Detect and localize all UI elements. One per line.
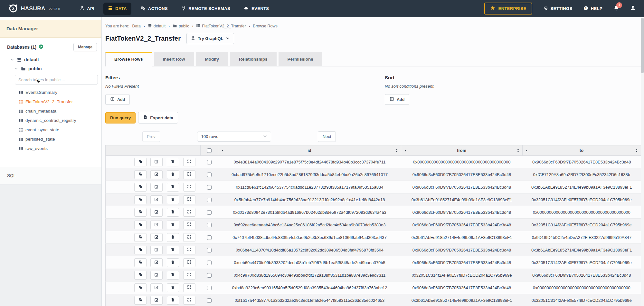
tab-insert-row[interactable]: Insert Row — [154, 52, 194, 66]
sidebar-sql-section[interactable]: SQL — [0, 167, 101, 184]
edit-row-button[interactable] — [150, 296, 163, 305]
notification-bell[interactable]: 1 — [613, 5, 619, 12]
nav-item-actions[interactable]: ACTIONS — [136, 3, 172, 15]
expand-row-button[interactable] — [183, 233, 195, 242]
delete-row-button[interactable] — [167, 221, 179, 229]
expand-row-button[interactable] — [183, 183, 195, 192]
nav-item-data[interactable]: DATA — [103, 3, 131, 15]
clone-row-button[interactable] — [134, 208, 147, 217]
chevron-down-icon[interactable] — [14, 67, 18, 71]
column-header-from[interactable]: from — [401, 145, 523, 156]
breadcrumb-default[interactable]: default — [148, 24, 166, 29]
clone-row-button[interactable] — [134, 246, 147, 254]
edit-row-button[interactable] — [150, 283, 163, 292]
row-checkbox[interactable] — [207, 273, 212, 278]
add-filter-button[interactable]: Add — [105, 94, 130, 105]
row-checkbox[interactable] — [207, 286, 212, 290]
expand-row-button[interactable] — [183, 271, 195, 280]
sort-icon[interactable] — [635, 148, 638, 153]
tab-modify[interactable]: Modify — [196, 52, 228, 66]
edit-row-button[interactable] — [150, 246, 163, 254]
expand-row-button[interactable] — [183, 221, 195, 229]
edit-row-button[interactable] — [150, 221, 163, 229]
expand-row-button[interactable] — [183, 258, 195, 267]
nav-item-events[interactable]: EVENTS — [239, 3, 273, 15]
clone-row-button[interactable] — [134, 221, 147, 229]
edit-row-button[interactable] — [150, 158, 163, 166]
sidebar-table-item[interactable]: EventsSummary — [0, 88, 101, 97]
row-checkbox[interactable] — [207, 185, 212, 190]
expand-row-button[interactable] — [183, 208, 195, 217]
run-query-button[interactable]: Run query — [105, 112, 136, 123]
row-checkbox[interactable] — [207, 198, 212, 202]
settings-button[interactable]: SETTINGS — [543, 6, 573, 12]
delete-row-button[interactable] — [167, 271, 179, 280]
breadcrumb-browse-rows[interactable]: Browse Rows — [253, 24, 277, 28]
delete-row-button[interactable] — [167, 233, 179, 242]
edit-row-button[interactable] — [150, 195, 163, 204]
clone-row-button[interactable] — [134, 271, 147, 280]
breadcrumb-table[interactable]: FiatTokenV2_2_Transfer — [196, 24, 246, 29]
edit-row-button[interactable] — [150, 258, 163, 267]
sidebar-database-default[interactable]: default — [10, 57, 101, 62]
column-header-id[interactable]: id — [218, 145, 401, 156]
tab-relationships[interactable]: Relationships — [230, 52, 277, 66]
breadcrumb-data[interactable]: Data — [132, 24, 141, 28]
clone-row-button[interactable] — [134, 170, 147, 179]
expand-row-button[interactable] — [183, 170, 195, 179]
expand-row-button[interactable] — [183, 296, 195, 305]
row-checkbox[interactable] — [207, 223, 212, 227]
nav-item-api[interactable]: API — [75, 3, 99, 15]
row-checkbox[interactable] — [207, 173, 212, 177]
add-sort-button[interactable]: Add — [385, 94, 409, 105]
user-menu[interactable] — [630, 5, 636, 12]
edit-row-button[interactable] — [150, 183, 163, 192]
clone-row-button[interactable] — [134, 283, 147, 292]
scrollbar-thumb[interactable] — [641, 18, 644, 73]
tab-browse-rows[interactable]: Browse Rows — [105, 52, 152, 66]
search-tables-input[interactable] — [15, 75, 98, 84]
delete-row-button[interactable] — [167, 258, 179, 267]
chevron-down-icon[interactable] — [10, 58, 14, 62]
sidebar-table-item[interactable]: event_sync_state — [0, 125, 101, 134]
sort-icon[interactable] — [516, 148, 520, 153]
delete-row-button[interactable] — [167, 246, 179, 254]
row-checkbox[interactable] — [207, 210, 212, 215]
hasura-brand[interactable]: HASURA v2.23.0 — [8, 3, 60, 14]
tab-permissions[interactable]: Permissions — [279, 52, 322, 66]
enterprise-button[interactable]: ENTERPRISE — [484, 3, 532, 15]
export-data-button[interactable]: Export data — [138, 112, 178, 123]
sidebar-table-item[interactable]: dynamic_contract_registry — [0, 116, 101, 125]
sidebar-table-item[interactable]: FiatTokenV2_2_Transfer — [0, 97, 101, 106]
next-page-button[interactable]: Next — [318, 131, 336, 142]
vertical-scrollbar[interactable] — [641, 17, 644, 306]
delete-row-button[interactable] — [167, 283, 179, 292]
try-graphql-button[interactable]: Try GraphQL — [186, 33, 234, 44]
row-checkbox[interactable] — [207, 261, 212, 265]
collapse-column-icon[interactable] — [525, 149, 528, 152]
select-all-checkbox[interactable] — [207, 148, 212, 153]
expand-row-button[interactable] — [183, 283, 195, 292]
row-checkbox[interactable] — [207, 298, 212, 303]
delete-row-button[interactable] — [167, 208, 179, 217]
clone-row-button[interactable] — [134, 183, 147, 192]
clone-row-button[interactable] — [134, 258, 147, 267]
collapse-column-icon[interactable] — [221, 149, 224, 152]
delete-row-button[interactable] — [167, 158, 179, 166]
edit-row-button[interactable] — [150, 233, 163, 242]
nav-item-remote-schemas[interactable]: REMOTE SCHEMAS — [177, 3, 235, 15]
delete-row-button[interactable] — [167, 195, 179, 204]
prev-page-button[interactable]: Prev — [142, 131, 160, 142]
expand-row-button[interactable] — [183, 246, 195, 254]
sidebar-table-item[interactable]: raw_events — [0, 144, 101, 153]
edit-row-button[interactable] — [150, 170, 163, 179]
row-checkbox[interactable] — [207, 248, 212, 252]
help-button[interactable]: ? HELP — [583, 6, 602, 12]
delete-row-button[interactable] — [167, 170, 179, 179]
delete-row-button[interactable] — [167, 183, 179, 192]
expand-row-button[interactable] — [183, 195, 195, 204]
clone-row-button[interactable] — [134, 158, 147, 166]
clone-row-button[interactable] — [134, 233, 147, 242]
manage-button[interactable]: Manage — [73, 43, 97, 51]
row-checkbox[interactable] — [207, 160, 212, 164]
